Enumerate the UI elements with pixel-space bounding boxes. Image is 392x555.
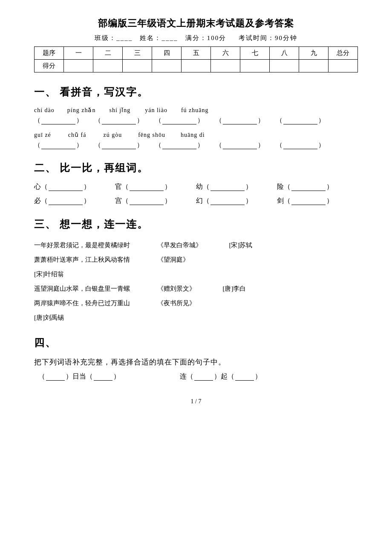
col-9: 九 (299, 47, 329, 60)
col-6: 六 (211, 47, 240, 60)
poem-author-3: [唐]李白 (223, 282, 246, 295)
q4-blank-4[interactable] (235, 373, 254, 381)
fill-item-4: （） (216, 116, 264, 124)
pinyin-8: zú gòu (103, 132, 122, 139)
poem-text-1: 一年好景君须记，最是橙黄橘绿时 (34, 242, 130, 249)
fill-item-3: （） (155, 116, 204, 124)
time-label: 考试时间：90分钟 (239, 35, 297, 41)
section3: 三、 想一想，连一连。 一年好景君须记，最是橙黄橘绿时 《早发白帝城》 [宋]苏… (34, 217, 358, 324)
score-4 (152, 60, 182, 72)
compare-row2: 必（） 宫（） 幻（） 剑（） (34, 197, 358, 205)
q4-fill-2: 连（）起（） (180, 372, 262, 381)
pinyin-9: fēng shōu (138, 132, 165, 139)
compare-huan: 幻（） (196, 197, 264, 205)
blank-10[interactable] (283, 142, 317, 149)
compare-guan: 官（） (115, 182, 183, 191)
section4-desc: 把下列词语补充完整，再选择合适的填在下面的句子中。 (34, 357, 358, 367)
pinyin-3: shí jǐng (109, 107, 130, 114)
blank-3[interactable] (162, 117, 196, 124)
pinyin-row2: guī zé chǔ fá zú gòu fēng shōu huāng dì (34, 131, 358, 139)
table-header-row: 题序 一 二 三 四 五 六 七 八 九 总分 (35, 47, 358, 60)
pinyin-4: yán liào (145, 107, 167, 114)
page-number: 1 / 7 (34, 398, 358, 405)
col-4: 四 (152, 47, 182, 60)
section4: 四、 把下列词语补充完整，再选择合适的填在下面的句子中。 （）日当（） 连（）起… (34, 336, 358, 381)
fill-item-1: （） (34, 116, 83, 124)
poem-title-1: 《早发白帝城》 (157, 239, 202, 251)
col-7: 七 (240, 47, 270, 60)
blank-7[interactable] (102, 142, 136, 149)
score-6 (211, 60, 240, 72)
poem-text-4: 两岸猿声啼不住，轻舟已过万重山 (34, 300, 130, 306)
pinyin-5: fú zhuāng (181, 107, 209, 114)
blank-9[interactable] (223, 142, 257, 149)
page-title: 部编版三年级语文上册期末考试题及参考答案 (34, 17, 358, 30)
col-tixu: 题序 (35, 47, 64, 60)
pinyin-item-4: yán liào (145, 107, 167, 115)
poem-title-4: 《夜书所见》 (157, 297, 196, 309)
pinyin-item-3: shí jǐng (109, 107, 130, 115)
class-label: 班级：____ (95, 35, 133, 41)
blank-you[interactable] (210, 183, 245, 191)
score-label-cell: 得分 (35, 60, 64, 72)
blank-2[interactable] (102, 117, 136, 124)
q4-fill-1: （）日当（） (38, 372, 120, 381)
compare-gong: 宫（） (115, 197, 183, 205)
blank-1[interactable] (41, 117, 75, 124)
score-5 (182, 60, 211, 72)
score-2 (93, 60, 123, 72)
col-5: 五 (182, 47, 211, 60)
blank-bi[interactable] (49, 197, 83, 205)
pinyin-7: chǔ fá (68, 131, 86, 139)
q4-fill-row: （）日当（） 连（）起（） (38, 372, 358, 381)
col-8: 八 (270, 47, 299, 60)
section4-title: 四、 (34, 336, 358, 350)
compare-bi: 必（） (34, 197, 102, 205)
col-1: 一 (64, 47, 93, 60)
q4-blank-1[interactable] (46, 373, 65, 381)
pinyin-2: píng zhǎn (67, 107, 96, 114)
compare-jian: 剑（） (277, 197, 345, 205)
connect-line-1: 一年好景君须记，最是橙黄橘绿时 《早发白帝城》 [宋]苏轼 (34, 239, 358, 251)
pinyin-1: chí dào (34, 107, 55, 114)
blank-huan[interactable] (210, 197, 245, 205)
blank-xian[interactable] (291, 183, 326, 191)
score-3 (123, 60, 152, 72)
q4-blank-3[interactable] (194, 373, 213, 381)
subtitle: 班级：____ 姓名：____ 满分：100分 考试时间：90分钟 (34, 34, 358, 42)
blank-xin[interactable] (49, 183, 83, 191)
score-table: 题序 一 二 三 四 五 六 七 八 九 总分 得分 (34, 46, 358, 72)
col-3: 三 (123, 47, 152, 60)
blank-6[interactable] (41, 142, 75, 149)
pinyin-item-9: fēng shōu (138, 132, 165, 139)
blank-5[interactable] (283, 117, 317, 124)
score-total (329, 60, 358, 72)
poem-title-3: 《赠刘景文》 (157, 282, 196, 295)
author-tag-1: [宋]叶绍翁 (34, 271, 64, 278)
pinyin-item-10: huāng dì (181, 132, 205, 139)
section2-title: 二、 比一比，再组词。 (34, 161, 358, 175)
pinyin-row1: chí dào píng zhǎn shí jǐng yán liào fú z… (34, 107, 358, 115)
section2: 二、 比一比，再组词。 心（） 官（） 幼（） 险（） 必（） 宫（） 幻（） … (34, 161, 358, 205)
section1-title: 一、 看拼音，写汉字。 (34, 85, 358, 99)
pinyin-6: guī zé (34, 132, 51, 139)
blank-4[interactable] (223, 117, 257, 124)
fill-row2: （） （） （） （） （） (34, 141, 358, 149)
blank-gong[interactable] (130, 197, 164, 205)
compare-xin: 心（） (34, 182, 102, 191)
pinyin-item-8: zú gòu (103, 132, 122, 139)
name-label: 姓名：____ (140, 35, 178, 41)
pinyin-item-2: píng zhǎn (67, 107, 96, 115)
compare-row1: 心（） 官（） 幼（） 险（） (34, 182, 358, 191)
pinyin-10: huāng dì (181, 132, 205, 139)
pinyin-item-7: chǔ fá (68, 131, 86, 139)
col-total: 总分 (329, 47, 358, 60)
fill-item-7: （） (95, 141, 143, 149)
poem-text-2: 萧萧梧叶送寒声，江上秋风动客情 (34, 256, 130, 263)
score-8 (270, 60, 299, 72)
score-1 (64, 60, 93, 72)
blank-8[interactable] (162, 142, 196, 149)
blank-guan[interactable] (130, 183, 164, 191)
q4-blank-2[interactable] (94, 373, 112, 381)
blank-jian[interactable] (291, 197, 326, 205)
